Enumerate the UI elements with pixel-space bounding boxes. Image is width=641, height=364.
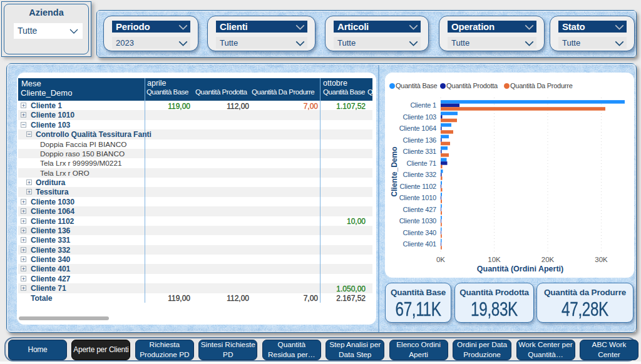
svg-text:Cliente 1: Cliente 1 (410, 101, 436, 109)
svg-text:10K: 10K (488, 256, 501, 263)
svg-text:Cliente 401: Cliente 401 (403, 240, 437, 248)
svg-text:30K: 30K (595, 256, 608, 263)
svg-text:0K: 0K (436, 256, 445, 263)
svg-text:Cliente 331: Cliente 331 (403, 148, 437, 155)
svg-text:Cliente 1064: Cliente 1064 (399, 124, 436, 132)
svg-text:Cliente 340: Cliente 340 (403, 229, 437, 236)
svg-text:Cliente 1030: Cliente 1030 (399, 217, 436, 225)
svg-text:Cliente 1102: Cliente 1102 (399, 183, 436, 190)
svg-text:Cliente 1010: Cliente 1010 (399, 194, 436, 201)
svg-text:Cliente 427: Cliente 427 (403, 206, 437, 213)
svg-text:Cliente 332: Cliente 332 (403, 171, 437, 178)
svg-text:Cliente 103: Cliente 103 (403, 113, 437, 121)
svg-text:Cliente_Demo: Cliente_Demo (390, 146, 399, 196)
svg-text:20K: 20K (541, 256, 555, 263)
svg-text:Cliente 136: Cliente 136 (403, 136, 437, 144)
svg-text:Quantità (Ordini Aperti): Quantità (Ordini Aperti) (477, 265, 563, 273)
svg-text:Cliente 71: Cliente 71 (406, 159, 436, 167)
